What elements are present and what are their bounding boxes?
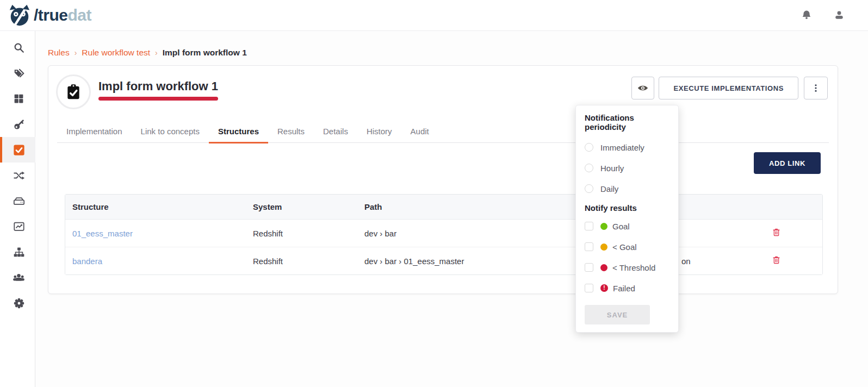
checkbox-label: Failed [613, 284, 635, 293]
sidebar-item-storage[interactable] [0, 188, 35, 214]
column-extra [678, 195, 730, 220]
sidebar-item-rules[interactable] [0, 137, 35, 163]
table-row: bandera Redshift dev › bar › 01_eess_mas… [65, 247, 822, 274]
tags-icon [13, 67, 25, 79]
checkbox-below-goal[interactable] [585, 242, 593, 251]
notifications-popup: Notifications periodicity Immediately Ho… [575, 105, 679, 333]
structure-link[interactable]: 01_eess_master [72, 229, 133, 238]
eye-icon [637, 82, 649, 94]
delete-link-button[interactable] [771, 255, 782, 265]
tab-structures[interactable]: Structures [209, 121, 268, 143]
extra-cell: on [678, 247, 730, 274]
radio-hourly[interactable] [585, 164, 593, 172]
sidebar-item-tags[interactable] [0, 60, 35, 86]
logo-text: /truedat [34, 6, 91, 24]
key-icon [13, 118, 25, 130]
tab-history[interactable]: History [357, 121, 401, 143]
chart-line-icon [13, 221, 25, 233]
checkbox-goal[interactable] [585, 222, 593, 230]
clipboard-check-icon [65, 83, 82, 101]
kebab-menu-icon [811, 83, 821, 93]
radio-label: Daily [600, 184, 618, 194]
goal-dot [600, 223, 607, 230]
tab-results[interactable]: Results [268, 121, 314, 143]
radio-immediately[interactable] [585, 143, 593, 152]
sidebar-item-shuffle[interactable] [0, 163, 35, 188]
sidebar-item-key[interactable] [0, 111, 35, 137]
sidebar-item-users[interactable] [0, 265, 35, 290]
checkbox-failed[interactable] [585, 284, 593, 292]
breadcrumb-separator: › [75, 48, 77, 57]
owl-icon [8, 3, 32, 27]
tab-implementation[interactable]: Implementation [57, 121, 132, 143]
search-icon [13, 42, 25, 54]
checkbox-option-below-goal[interactable]: < Goal [585, 236, 669, 257]
checkbox-label: Goal [612, 222, 630, 231]
radio-option-hourly[interactable]: Hourly [585, 158, 669, 178]
extra-cell [678, 220, 730, 247]
truedat-logo[interactable]: /truedat [8, 3, 91, 27]
sitemap-icon [13, 246, 25, 258]
page-title: Impl form workflow 1 [98, 79, 218, 93]
radio-label: Immediately [600, 143, 644, 152]
gear-icon [13, 297, 25, 309]
checkbox-label: < Threshold [612, 263, 655, 272]
radio-option-daily[interactable]: Daily [585, 178, 669, 199]
entity-avatar [56, 74, 91, 109]
breadcrumb-current: Impl form workflow 1 [163, 48, 247, 58]
tab-link-to-concepts[interactable]: Link to concepts [132, 121, 209, 143]
save-button[interactable]: SAVE [585, 305, 650, 324]
table-header-row: Structure System Path [65, 195, 822, 220]
hard-drive-icon [13, 195, 25, 207]
failed-exclamation-icon: ! [600, 284, 608, 292]
sidebar [0, 31, 35, 387]
breadcrumb-rule-workflow-test[interactable]: Rule workflow test [82, 48, 150, 58]
breadcrumb-separator: › [155, 48, 158, 57]
trash-icon [771, 255, 782, 265]
title-underline-bar [98, 97, 218, 101]
sidebar-item-search[interactable] [0, 35, 35, 60]
column-actions [730, 195, 822, 220]
sidebar-item-lineage[interactable] [0, 239, 35, 265]
table-row: 01_eess_master Redshift dev › bar [65, 220, 822, 247]
breadcrumb-rules[interactable]: Rules [48, 48, 70, 58]
checkbox-option-below-threshold[interactable]: < Threshold [585, 257, 669, 278]
grid-icon [13, 93, 24, 104]
radio-option-immediately[interactable]: Immediately [585, 137, 669, 158]
checkbox-below-threshold[interactable] [585, 263, 593, 272]
trash-icon [771, 227, 782, 238]
structures-table: Structure System Path 01_eess_master Red… [65, 194, 823, 275]
bell-icon[interactable] [801, 9, 813, 21]
column-structure: Structure [65, 195, 246, 220]
tab-bar: Implementation Link to concepts Structur… [57, 121, 829, 143]
sidebar-item-quality[interactable] [0, 214, 35, 239]
checkbox-option-goal[interactable]: Goal [585, 216, 669, 236]
sidebar-item-settings[interactable] [0, 290, 35, 316]
checkbox-label: < Goal [612, 242, 637, 252]
below-threshold-dot [600, 264, 607, 271]
users-icon [13, 271, 25, 284]
execute-implementations-button[interactable]: EXECUTE IMPLEMENTATIONS [659, 77, 798, 99]
popup-title: Notifications periodicity [585, 113, 669, 132]
add-link-button[interactable]: ADD LINK [754, 152, 821, 174]
check-square-icon [13, 144, 25, 156]
radio-daily[interactable] [585, 184, 593, 193]
sidebar-item-grid[interactable] [0, 86, 35, 111]
system-cell: Redshift [246, 220, 357, 247]
top-bar: /truedat [0, 0, 868, 31]
structure-link[interactable]: bandera [72, 257, 102, 266]
breadcrumb: Rules › Rule workflow test › Impl form w… [48, 48, 247, 58]
preview-button[interactable] [631, 77, 654, 99]
more-options-button[interactable] [804, 77, 828, 99]
column-system: System [246, 195, 357, 220]
below-goal-dot [600, 244, 607, 251]
user-icon[interactable] [833, 9, 845, 21]
shuffle-icon [13, 170, 25, 182]
radio-label: Hourly [600, 164, 624, 173]
checkbox-option-failed[interactable]: ! Failed [585, 278, 669, 298]
notify-results-title: Notify results [585, 203, 669, 213]
tab-details[interactable]: Details [314, 121, 357, 143]
tab-audit[interactable]: Audit [401, 121, 438, 143]
delete-link-button[interactable] [771, 227, 782, 238]
implementation-card: Impl form workflow 1 EXECUTE IMPLEMENTAT… [48, 65, 838, 294]
